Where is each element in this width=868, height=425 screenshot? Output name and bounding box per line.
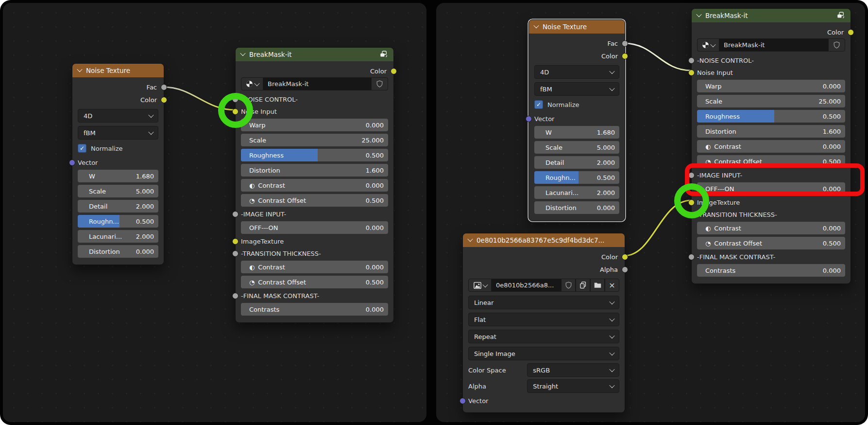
input--noise-control--socket[interactable] bbox=[232, 96, 238, 103]
slider-roughness[interactable]: Roughness0.500 bbox=[697, 110, 845, 123]
slider-off-on[interactable]: OFF---ON0.000 bbox=[241, 221, 388, 234]
input--noise-control--socket[interactable] bbox=[688, 57, 695, 64]
image-browse-button[interactable] bbox=[468, 279, 492, 292]
input--transition-thickness--socket[interactable] bbox=[232, 250, 238, 257]
slider-scale[interactable]: Scale25.000 bbox=[241, 134, 388, 146]
image-name-field[interactable]: 0e8010b2566a8... bbox=[492, 279, 561, 292]
input-vector-socket[interactable] bbox=[526, 116, 532, 122]
normalize-checkbox-row[interactable]: ✓Normalize bbox=[534, 99, 619, 110]
node-image-texture[interactable]: 0e8010b2566a83767e5c9df4bd3dc7...ColorAl… bbox=[462, 233, 625, 413]
slider-scale[interactable]: Scale5.000 bbox=[534, 141, 619, 154]
input--image-input--socket[interactable] bbox=[232, 211, 238, 217]
nodegroup-browse-button[interactable] bbox=[241, 77, 263, 90]
image-option-dropdown[interactable]: Single Image bbox=[468, 347, 619, 360]
fake-user-shield-button[interactable] bbox=[561, 279, 576, 292]
slider-value: 0.500 bbox=[366, 152, 384, 159]
slider-detail[interactable]: Detail2.000 bbox=[534, 156, 619, 169]
socket-label: -FINAL MASK CONTRAST- bbox=[241, 292, 319, 300]
input--final-mask-contrast--socket[interactable] bbox=[688, 254, 695, 260]
input-imagetexture-socket[interactable] bbox=[232, 238, 238, 245]
color-space-dropdown[interactable]: sRGB bbox=[527, 363, 619, 377]
node-header[interactable]: BreakMask-it bbox=[236, 48, 393, 61]
checkbox-checked-icon[interactable]: ✓ bbox=[78, 144, 86, 153]
slider-contrasts[interactable]: Contrasts0.000 bbox=[697, 264, 845, 277]
slider-detail[interactable]: Detail2.000 bbox=[78, 200, 158, 212]
output-fac-socket[interactable] bbox=[622, 40, 628, 47]
socket-label: -TRANSITION THICKNESS- bbox=[697, 211, 777, 218]
fake-user-shield-button[interactable] bbox=[828, 38, 845, 52]
slider-scale[interactable]: Scale5.000 bbox=[78, 185, 158, 197]
image-option-dropdown[interactable]: Linear bbox=[468, 296, 619, 309]
slider-value: 0.000 bbox=[136, 248, 154, 255]
input-vector-socket[interactable] bbox=[460, 398, 466, 404]
slider-contrast-offset[interactable]: ◔Contrast Offset0.500 bbox=[697, 237, 845, 249]
checkbox-checked-icon[interactable]: ✓ bbox=[534, 100, 543, 109]
open-image-button[interactable] bbox=[590, 279, 605, 292]
input-imagetexture-socket[interactable] bbox=[688, 199, 695, 206]
unlink-image-button[interactable]: × bbox=[605, 279, 619, 292]
image-option-dropdown[interactable]: Flat bbox=[468, 313, 619, 326]
vector-input-row: Vector bbox=[78, 158, 158, 167]
fake-user-shield-button[interactable] bbox=[371, 77, 388, 90]
node-header[interactable]: Noise Texture bbox=[529, 20, 625, 34]
slider-w[interactable]: W1.680 bbox=[534, 126, 619, 139]
slider-distortion[interactable]: Distortion1.600 bbox=[241, 164, 388, 177]
contrast-offset-icon: ◔ bbox=[249, 279, 255, 285]
slider-value: 2.000 bbox=[136, 233, 154, 240]
slider-distortion[interactable]: Distortion0.000 bbox=[78, 245, 158, 258]
slider-contrast-offset[interactable]: ◔Contrast Offset0.500 bbox=[697, 155, 845, 168]
slider-warp[interactable]: Warp0.000 bbox=[241, 119, 388, 131]
output-color-socket[interactable] bbox=[391, 68, 397, 74]
dimensions-dropdown[interactable]: fBM bbox=[534, 82, 619, 96]
nodegroup-browse-button[interactable] bbox=[697, 38, 719, 52]
slider-distortion[interactable]: Distortion0.000 bbox=[534, 201, 619, 214]
dimensions-dropdown[interactable]: 4D bbox=[534, 65, 619, 79]
input-noise-input-socket[interactable] bbox=[688, 70, 695, 76]
input-noise-input-socket[interactable] bbox=[232, 108, 238, 115]
output-alpha-socket[interactable] bbox=[622, 266, 628, 273]
slider-contrast[interactable]: ◐Contrast0.000 bbox=[241, 179, 388, 192]
alpha-dropdown[interactable]: Straight bbox=[527, 379, 619, 393]
slider-contrast[interactable]: ◐Contrast0.000 bbox=[697, 222, 845, 234]
nodegroup-name-field[interactable]: BreakMask-it bbox=[263, 77, 371, 90]
node-header[interactable]: 0e8010b2566a83767e5c9df4bd3dc7... bbox=[463, 233, 625, 247]
node-noise-texture-right[interactable]: Noise TextureFacColor4DfBM✓NormalizeVect… bbox=[528, 19, 625, 221]
option-label: Color Space bbox=[468, 367, 527, 374]
nodegroup-name-field[interactable]: BreakMask-it bbox=[719, 38, 828, 52]
slider-contrast-offset[interactable]: ◔Contrast Offset0.500 bbox=[241, 194, 388, 207]
dimensions-dropdown[interactable]: fBM bbox=[78, 126, 158, 140]
input--transition-thickness--socket[interactable] bbox=[688, 212, 695, 218]
node-breakmask-right[interactable]: BreakMask-itColorBreakMask-it-NOISE CONT… bbox=[691, 8, 851, 284]
slider-roughn-[interactable]: Roughn...0.500 bbox=[78, 215, 158, 228]
slider-contrasts[interactable]: Contrasts0.000 bbox=[241, 303, 388, 316]
output-color-socket[interactable] bbox=[161, 97, 167, 103]
image-option-dropdown[interactable]: Repeat bbox=[468, 330, 619, 343]
node-noise-texture-left[interactable]: Noise TextureFacColor4DfBM✓NormalizeVect… bbox=[72, 63, 164, 265]
slider-w[interactable]: W1.680 bbox=[78, 170, 158, 182]
input--final-mask-contrast--socket[interactable] bbox=[232, 293, 238, 299]
dimensions-dropdown[interactable]: 4D bbox=[78, 109, 158, 123]
slider-contrast[interactable]: ◐Contrast0.000 bbox=[241, 261, 388, 273]
slider-scale[interactable]: Scale25.000 bbox=[697, 95, 845, 107]
copy-image-button[interactable] bbox=[576, 279, 590, 292]
node-breakmask-left[interactable]: BreakMask-itColorBreakMask-it-NOISE CONT… bbox=[235, 47, 394, 323]
node-header[interactable]: BreakMask-it bbox=[692, 9, 851, 22]
slider-lacunari-[interactable]: Lacunari...2.000 bbox=[78, 230, 158, 243]
slider-contrast-offset[interactable]: ◔Contrast Offset0.500 bbox=[241, 276, 388, 288]
output-color-socket[interactable] bbox=[622, 254, 628, 260]
input--image-input--socket[interactable] bbox=[688, 172, 695, 178]
slider-off-on[interactable]: OFF---ON0.000 bbox=[697, 182, 845, 195]
slider-lacunari-[interactable]: Lacunari...2.000 bbox=[534, 186, 619, 199]
output-color-socket[interactable] bbox=[848, 29, 854, 35]
normalize-checkbox-row[interactable]: ✓Normalize bbox=[78, 143, 158, 154]
output-fac-socket[interactable] bbox=[161, 84, 167, 90]
slider-contrast[interactable]: ◐Contrast0.000 bbox=[697, 140, 845, 153]
slider-label-text: Distortion bbox=[545, 204, 577, 212]
slider-distortion[interactable]: Distortion1.600 bbox=[697, 125, 845, 138]
slider-roughness[interactable]: Roughness0.500 bbox=[241, 149, 388, 161]
node-header[interactable]: Noise Texture bbox=[72, 64, 164, 77]
input-vector-socket[interactable] bbox=[69, 159, 75, 166]
slider-roughn-[interactable]: Roughn...0.500 bbox=[534, 171, 619, 184]
output-color-socket[interactable] bbox=[622, 53, 628, 59]
slider-warp[interactable]: Warp0.000 bbox=[697, 80, 845, 92]
